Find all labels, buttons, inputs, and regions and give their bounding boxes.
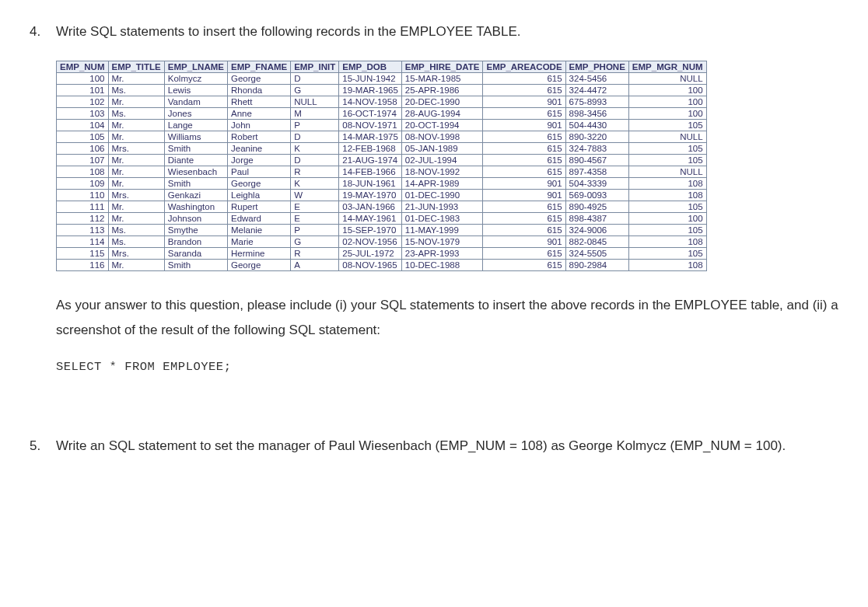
- table-cell: D: [291, 154, 339, 166]
- table-cell: 615: [483, 166, 565, 177]
- table-cell: 08-NOV-1971: [339, 119, 402, 131]
- table-cell: Washington: [164, 201, 227, 212]
- table-cell: P: [291, 119, 339, 131]
- table-cell: 116: [57, 259, 109, 270]
- table-row: 105Mr.WilliamsRobertD14-MAR-197508-NOV-1…: [57, 131, 707, 142]
- table-cell: 615: [483, 72, 565, 84]
- table-cell: George: [227, 72, 290, 84]
- table-cell: K: [291, 177, 339, 189]
- table-cell: Paul: [227, 166, 290, 177]
- table-cell: 897-4358: [565, 166, 628, 177]
- table-cell: 901: [483, 96, 565, 107]
- employee-table-wrap: EMP_NUMEMP_TITLEEMP_LNAMEEMP_FNAMEEMP_IN…: [56, 61, 838, 271]
- table-cell: Lange: [164, 119, 227, 131]
- table-cell: 569-0093: [565, 189, 628, 201]
- table-cell: 115: [57, 247, 109, 259]
- table-cell: Smith: [164, 177, 227, 189]
- table-cell: Mr.: [108, 212, 164, 224]
- table-header-cell: EMP_INIT: [291, 61, 339, 72]
- table-cell: 20-OCT-1994: [401, 119, 483, 131]
- table-cell: Smythe: [164, 224, 227, 235]
- table-cell: E: [291, 201, 339, 212]
- table-cell: 675-8993: [565, 96, 628, 107]
- table-cell: NULL: [628, 72, 706, 84]
- table-cell: 890-4567: [565, 154, 628, 166]
- table-cell: Melanie: [227, 224, 290, 235]
- table-cell: 100: [628, 212, 706, 224]
- table-cell: 105: [628, 119, 706, 131]
- table-cell: 104: [57, 119, 109, 131]
- table-cell: 14-FEB-1966: [339, 166, 402, 177]
- table-cell: Jorge: [227, 154, 290, 166]
- page: 4. Write SQL statements to insert the fo…: [0, 0, 868, 607]
- table-cell: G: [291, 84, 339, 96]
- table-cell: 103: [57, 107, 109, 119]
- table-cell: 615: [483, 142, 565, 154]
- table-cell: Vandam: [164, 96, 227, 107]
- table-cell: 615: [483, 154, 565, 166]
- table-cell: Genkazi: [164, 189, 227, 201]
- table-cell: John: [227, 119, 290, 131]
- table-cell: 108: [628, 177, 706, 189]
- table-cell: NULL: [291, 96, 339, 107]
- table-cell: 05-JAN-1989: [401, 142, 483, 154]
- table-cell: 10-DEC-1988: [401, 259, 483, 270]
- table-cell: Johnson: [164, 212, 227, 224]
- table-cell: Saranda: [164, 247, 227, 259]
- table-cell: 20-DEC-1990: [401, 96, 483, 107]
- table-cell: 08-NOV-1965: [339, 259, 402, 270]
- table-row: 103Ms.JonesAnneM16-OCT-197428-AUG-199461…: [57, 107, 707, 119]
- table-cell: G: [291, 235, 339, 247]
- table-header-cell: EMP_TITLE: [108, 61, 164, 72]
- table-cell: 108: [628, 235, 706, 247]
- sql-statement: SELECT * FROM EMPLOYEE;: [56, 360, 838, 374]
- table-cell: 882-0845: [565, 235, 628, 247]
- table-cell: D: [291, 131, 339, 142]
- table-cell: 21-AUG-1974: [339, 154, 402, 166]
- table-cell: 615: [483, 224, 565, 235]
- table-row: 110Mrs.GenkaziLeighlaW19-MAY-197001-DEC-…: [57, 189, 707, 201]
- table-cell: Hermine: [227, 247, 290, 259]
- table-row: 114Ms.BrandonMarieG02-NOV-195615-NOV-197…: [57, 235, 707, 247]
- table-row: 104Mr.LangeJohnP08-NOV-197120-OCT-199490…: [57, 119, 707, 131]
- table-cell: 901: [483, 177, 565, 189]
- table-cell: 109: [57, 177, 109, 189]
- table-cell: 12-FEB-1968: [339, 142, 402, 154]
- table-cell: Rhett: [227, 96, 290, 107]
- employee-table-body: 100Mr.KolmyczGeorgeD15-JUN-194215-MAR-19…: [57, 72, 707, 270]
- table-cell: Mr.: [108, 166, 164, 177]
- table-cell: 105: [628, 142, 706, 154]
- table-cell: 100: [628, 84, 706, 96]
- table-cell: 105: [57, 131, 109, 142]
- table-cell: 15-MAR-1985: [401, 72, 483, 84]
- table-cell: George: [227, 259, 290, 270]
- table-cell: 100: [57, 72, 109, 84]
- table-cell: 16-OCT-1974: [339, 107, 402, 119]
- table-cell: 108: [628, 189, 706, 201]
- table-cell: 25-APR-1986: [401, 84, 483, 96]
- table-cell: 504-4430: [565, 119, 628, 131]
- table-cell: 19-MAR-1965: [339, 84, 402, 96]
- table-cell: Lewis: [164, 84, 227, 96]
- table-cell: M: [291, 107, 339, 119]
- table-cell: 105: [628, 154, 706, 166]
- table-cell: 324-5505: [565, 247, 628, 259]
- employee-table-head: EMP_NUMEMP_TITLEEMP_LNAMEEMP_FNAMEEMP_IN…: [57, 61, 707, 72]
- table-cell: 113: [57, 224, 109, 235]
- table-cell: Mr.: [108, 96, 164, 107]
- table-cell: Mr.: [108, 131, 164, 142]
- table-cell: 890-2984: [565, 259, 628, 270]
- table-cell: Kolmycz: [164, 72, 227, 84]
- table-cell: Anne: [227, 107, 290, 119]
- table-row: 107Mr.DianteJorgeD21-AUG-197402-JUL-1994…: [57, 154, 707, 166]
- table-cell: 890-4925: [565, 201, 628, 212]
- table-row: 111Mr.WashingtonRupertE03-JAN-196621-JUN…: [57, 201, 707, 212]
- table-cell: 03-JAN-1966: [339, 201, 402, 212]
- table-header-cell: EMP_LNAME: [164, 61, 227, 72]
- table-cell: Diante: [164, 154, 227, 166]
- table-header-row: EMP_NUMEMP_TITLEEMP_LNAMEEMP_FNAMEEMP_IN…: [57, 61, 707, 72]
- question-4-text: Write SQL statements to insert the follo…: [56, 22, 520, 42]
- table-cell: George: [227, 177, 290, 189]
- table-header-cell: EMP_MGR_NUM: [628, 61, 706, 72]
- table-cell: 324-7883: [565, 142, 628, 154]
